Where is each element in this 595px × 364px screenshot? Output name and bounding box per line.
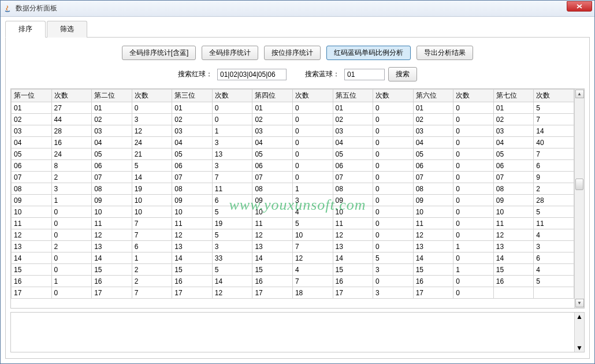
table-row[interactable]: 150152155154153151154 xyxy=(12,264,574,276)
column-header[interactable]: 第一位 xyxy=(12,90,52,102)
table-cell: 11 xyxy=(252,218,293,229)
table-row[interactable]: 11011711191151101101111 xyxy=(12,218,574,229)
table-cell: 03 xyxy=(252,125,293,137)
table-cell: 27 xyxy=(51,102,92,114)
search-blue-input[interactable] xyxy=(344,69,385,80)
table-cell: 0 xyxy=(373,206,414,218)
table-cell: 0 xyxy=(453,287,494,299)
table-cell: 3 xyxy=(212,160,252,172)
export-results-button[interactable]: 导出分析结果 xyxy=(416,46,473,60)
table-cell: 08 xyxy=(333,183,373,195)
table-cell: 16 xyxy=(333,276,373,287)
table-cell: 16 xyxy=(172,276,213,287)
table-cell: 01 xyxy=(92,102,132,114)
table-cell: 11 xyxy=(493,218,534,229)
column-header[interactable]: 第七位 xyxy=(493,90,534,102)
table-cell: 9 xyxy=(534,172,574,183)
table-row[interactable]: 0244023020020020020027 xyxy=(12,114,574,125)
column-header[interactable]: 次数 xyxy=(132,90,172,102)
table-cell: 16 xyxy=(493,276,534,287)
table-cell: 0 xyxy=(373,241,414,252)
table-cell: 14 xyxy=(413,252,453,264)
table-cell: 0 xyxy=(212,114,252,125)
table-cell: 0 xyxy=(373,125,414,137)
table-cell: 12 xyxy=(292,252,333,264)
table-row[interactable]: 1001010105104100100105 xyxy=(12,206,574,218)
table-cell: 5 xyxy=(212,206,252,218)
table-cell: 24 xyxy=(51,148,92,160)
table-row[interactable]: 17017717121718173170 xyxy=(12,287,574,299)
table-row[interactable]: 09109100960930900900928 xyxy=(12,195,574,206)
table-row[interactable]: 041604240430400400400440 xyxy=(12,137,574,148)
textarea-scroll-up[interactable]: ▲ xyxy=(576,313,583,321)
table-cell: 01 xyxy=(333,102,373,114)
close-button[interactable] xyxy=(567,1,592,12)
table-row[interactable]: 14014114331412145140146 xyxy=(12,252,574,264)
ratio-analysis-button[interactable]: 红码蓝码单码比例分析 xyxy=(326,46,411,60)
search-button[interactable]: 搜索 xyxy=(388,67,417,81)
column-header[interactable]: 次数 xyxy=(534,90,574,102)
full-sort-with-blue-button[interactable]: 全码排序统计[含蓝] xyxy=(122,46,196,60)
tab-filter[interactable]: 筛选 xyxy=(47,21,87,38)
table-cell: 1 xyxy=(453,241,494,252)
table-cell: 11 xyxy=(212,183,252,195)
table-row[interactable]: 1201271251210120120124 xyxy=(12,229,574,241)
table-row[interactable]: 0127010010010010010015 xyxy=(12,102,574,114)
scroll-thumb[interactable] xyxy=(575,179,583,190)
table-cell: 02 xyxy=(413,114,453,125)
table-vertical-scrollbar[interactable]: ▲ ▼ xyxy=(574,89,584,308)
table-cell: 15 xyxy=(92,264,132,276)
table-cell: 11 xyxy=(333,218,373,229)
table-cell: 2 xyxy=(132,276,172,287)
table-row[interactable]: 132136133137130131133 xyxy=(12,241,574,252)
table-cell: 0 xyxy=(373,148,414,160)
table-row[interactable]: 068065063060060060066 xyxy=(12,160,574,172)
table-cell: 0 xyxy=(373,229,414,241)
table-cell: 05 xyxy=(252,148,293,160)
column-header[interactable]: 次数 xyxy=(212,90,252,102)
scroll-up-arrow[interactable]: ▲ xyxy=(575,90,584,98)
table-cell: 0 xyxy=(292,172,333,183)
table-cell: 11 xyxy=(413,218,453,229)
table-cell: 18 xyxy=(292,287,333,299)
tab-sort[interactable]: 排序 xyxy=(5,21,46,38)
table-cell: 0 xyxy=(51,229,92,241)
textarea-scroll-down[interactable]: ▼ xyxy=(576,344,583,352)
table-cell: 2 xyxy=(132,264,172,276)
table-cell: 16 xyxy=(51,137,92,148)
column-header[interactable]: 次数 xyxy=(453,90,494,102)
table-row[interactable]: 032803120310300300300314 xyxy=(12,125,574,137)
table-row[interactable]: 0720714077070070070079 xyxy=(12,172,574,183)
column-header[interactable]: 第五位 xyxy=(333,90,373,102)
table-row[interactable]: 1611621614167160160165 xyxy=(12,276,574,287)
table-cell: 0 xyxy=(132,102,172,114)
scroll-down-arrow[interactable]: ▼ xyxy=(575,299,584,307)
table-cell: 01 xyxy=(493,102,534,114)
tab-bar: 排序 筛选 xyxy=(5,20,590,38)
column-header[interactable]: 第四位 xyxy=(252,90,293,102)
table-cell: 0 xyxy=(453,102,494,114)
column-header[interactable]: 第六位 xyxy=(413,90,453,102)
search-red-input[interactable] xyxy=(217,69,287,80)
table-cell: 14 xyxy=(132,172,172,183)
table-cell: 08 xyxy=(12,183,52,195)
table-row[interactable]: 08308190811081080080082 xyxy=(12,183,574,195)
search-row: 搜索红球： 搜索蓝球： 搜索 xyxy=(10,65,585,88)
table-cell: 12 xyxy=(172,229,213,241)
table-cell: 6 xyxy=(534,252,574,264)
table-cell: 11 xyxy=(12,218,52,229)
table-cell: 07 xyxy=(92,172,132,183)
table-cell: 10 xyxy=(12,206,52,218)
by-position-sort-button[interactable]: 按位排序统计 xyxy=(264,46,321,60)
column-header[interactable]: 第三位 xyxy=(172,90,213,102)
column-header[interactable]: 次数 xyxy=(292,90,333,102)
full-sort-button[interactable]: 全码排序统计 xyxy=(202,46,258,60)
column-header[interactable]: 次数 xyxy=(373,90,414,102)
table-cell: 13 xyxy=(12,241,52,252)
table-cell: 0 xyxy=(51,252,92,264)
output-textarea[interactable]: ▲ ▼ xyxy=(10,312,585,352)
column-header[interactable]: 第二位 xyxy=(92,90,132,102)
table-row[interactable]: 052405210513050050050057 xyxy=(12,148,574,160)
table-cell: 0 xyxy=(292,114,333,125)
column-header[interactable]: 次数 xyxy=(51,90,92,102)
